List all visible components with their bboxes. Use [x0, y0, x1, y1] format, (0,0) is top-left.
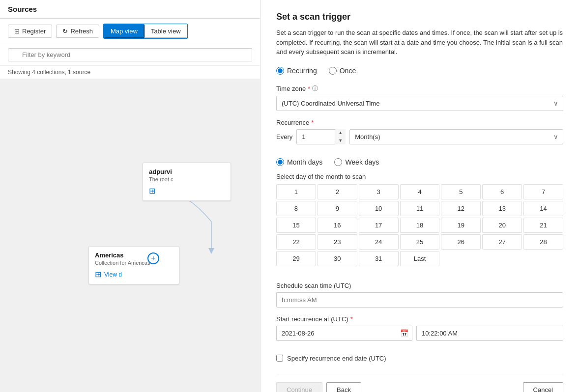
cal-day-19[interactable]: 19	[441, 218, 481, 233]
cal-day-12[interactable]: 12	[441, 201, 481, 216]
cal-day-4[interactable]: 4	[400, 184, 440, 199]
filter-wrap: ▽	[8, 48, 252, 61]
timezone-section: Time zone * ⓘ (UTC) Coordinated Universa…	[276, 84, 563, 111]
cal-day-18[interactable]: 18	[400, 218, 440, 233]
cal-day-last[interactable]: Last	[400, 251, 440, 266]
cal-day-1[interactable]: 1	[276, 184, 316, 199]
scan-time-input[interactable]	[276, 292, 563, 308]
cal-day-21[interactable]: 21	[523, 218, 563, 233]
cal-day-25[interactable]: 25	[400, 234, 440, 250]
cal-day-8[interactable]: 8	[276, 201, 316, 216]
root-node: adpurvi The root c ⊞	[143, 163, 231, 201]
scan-time-label: Schedule scan time (UTC)	[276, 282, 563, 289]
cal-day-5[interactable]: 5	[441, 184, 481, 199]
month-days-label: Month days	[287, 158, 322, 166]
panel-description: Set a scan trigger to run the scan at sp…	[276, 28, 563, 57]
filter-input[interactable]	[8, 48, 252, 61]
refresh-button[interactable]: ↻ Refresh	[56, 25, 99, 38]
cal-day-26[interactable]: 26	[441, 234, 481, 250]
cal-day-31[interactable]: 31	[359, 251, 399, 266]
start-date-input[interactable]	[276, 326, 412, 341]
scan-time-section: Schedule scan time (UTC)	[276, 282, 563, 308]
root-node-title: adpurvi	[149, 168, 225, 175]
recurrence-number-wrap: ▲ ▼	[296, 129, 346, 144]
add-node-button[interactable]: +	[147, 252, 159, 264]
cal-day-6[interactable]: 6	[482, 184, 522, 199]
cal-day-15[interactable]: 15	[276, 218, 316, 233]
cal-day-11[interactable]: 11	[400, 201, 440, 216]
timezone-label: Time zone * ⓘ	[276, 84, 563, 93]
cal-day-16[interactable]: 16	[318, 218, 357, 233]
calendar-grid: 1 2 3 4 5 6 7 8 9 10 11 12 13 14 15 16 1…	[276, 184, 563, 266]
once-option[interactable]: Once	[329, 67, 356, 75]
cal-day-14[interactable]: 14	[523, 201, 563, 216]
americas-node-subtitle: Collection for Americas	[95, 260, 173, 266]
start-recur-row: 📅	[276, 326, 563, 341]
footer-actions: Continue Back Cancel	[276, 374, 563, 392]
week-days-radio[interactable]	[334, 158, 342, 166]
showing-count: Showing 4 collections, 1 source	[0, 66, 260, 79]
timezone-info-icon[interactable]: ⓘ	[312, 84, 318, 93]
cal-day-2[interactable]: 2	[318, 184, 357, 199]
left-header: Sources	[0, 0, 260, 19]
cal-day-23[interactable]: 23	[318, 234, 357, 250]
register-button[interactable]: ⊞ Register	[8, 25, 52, 38]
root-node-subtitle: The root c	[149, 176, 225, 182]
day-type-group: Month days Week days	[276, 158, 563, 166]
toolbar: ⊞ Register ↻ Refresh Map view Table view	[0, 19, 260, 44]
recurrence-row: Every ▲ ▼ Month(s) Week(s) Day(s) ∨	[276, 129, 563, 144]
period-select-wrap: Month(s) Week(s) Day(s) ∨	[349, 129, 563, 144]
cal-day-10[interactable]: 10	[359, 201, 399, 216]
cal-day-28[interactable]: 28	[523, 234, 563, 250]
spin-down-button[interactable]: ▼	[335, 137, 346, 144]
recurring-radio[interactable]	[276, 67, 284, 75]
start-recur-label: Start recurrence at (UTC) *	[276, 315, 563, 323]
cal-day-7[interactable]: 7	[523, 184, 563, 199]
recurrence-label: Recurrence *	[276, 119, 563, 126]
timezone-select[interactable]: (UTC) Coordinated Universal Time	[276, 96, 563, 111]
cal-day-17[interactable]: 17	[359, 218, 399, 233]
month-days-radio[interactable]	[276, 158, 284, 166]
recurrence-section: Recurrence * Every ▲ ▼ Month(s) Week(s) …	[276, 119, 563, 150]
back-button[interactable]: Back	[326, 382, 361, 392]
end-date-checkbox-label: Specify recurrence end date (UTC)	[287, 355, 386, 362]
cal-day-3[interactable]: 3	[359, 184, 399, 199]
cal-day-22[interactable]: 22	[276, 234, 316, 250]
calendar-icon[interactable]: 📅	[400, 329, 408, 337]
refresh-icon: ↻	[62, 28, 68, 35]
table-view-button[interactable]: Table view	[145, 25, 187, 38]
cal-day-27[interactable]: 27	[482, 234, 522, 250]
end-date-checkbox[interactable]	[276, 355, 283, 362]
root-node-icon-row: ⊞	[149, 186, 225, 196]
cal-day-9[interactable]: 9	[318, 201, 357, 216]
americas-node-title: Americas	[95, 252, 173, 259]
cal-day-30[interactable]: 30	[318, 251, 357, 266]
recurring-option[interactable]: Recurring	[276, 67, 317, 75]
map-view-button[interactable]: Map view	[104, 24, 145, 38]
view-toggle: Map view Table view	[103, 24, 188, 39]
once-label: Once	[340, 67, 356, 75]
left-title: Sources	[8, 5, 252, 13]
cal-day-20[interactable]: 20	[482, 218, 522, 233]
filter-bar: ▽	[0, 44, 260, 66]
americas-view-detail-link[interactable]: View d	[104, 271, 122, 278]
cal-day-24[interactable]: 24	[359, 234, 399, 250]
once-radio[interactable]	[329, 67, 337, 75]
spin-up-button[interactable]: ▲	[335, 129, 346, 137]
cancel-button[interactable]: Cancel	[523, 382, 563, 392]
month-days-option[interactable]: Month days	[276, 158, 322, 166]
timezone-select-wrap: (UTC) Coordinated Universal Time ∨	[276, 96, 563, 111]
recurrence-required-star: *	[311, 119, 314, 126]
cal-day-29[interactable]: 29	[276, 251, 316, 266]
start-time-input[interactable]	[416, 326, 563, 341]
connector-svg	[0, 79, 260, 392]
period-select[interactable]: Month(s) Week(s) Day(s)	[349, 129, 563, 144]
continue-button: Continue	[276, 382, 322, 392]
recurring-label: Recurring	[287, 67, 317, 75]
grid-small-icon: ⊞	[14, 28, 20, 35]
week-days-option[interactable]: Week days	[334, 158, 379, 166]
cal-day-13[interactable]: 13	[482, 201, 522, 216]
spinner-btns: ▲ ▼	[335, 129, 346, 144]
map-area: adpurvi The root c ⊞ Americas Collection…	[0, 79, 260, 392]
calendar-section: Select day of the month to scan 1 2 3 4 …	[276, 173, 563, 274]
